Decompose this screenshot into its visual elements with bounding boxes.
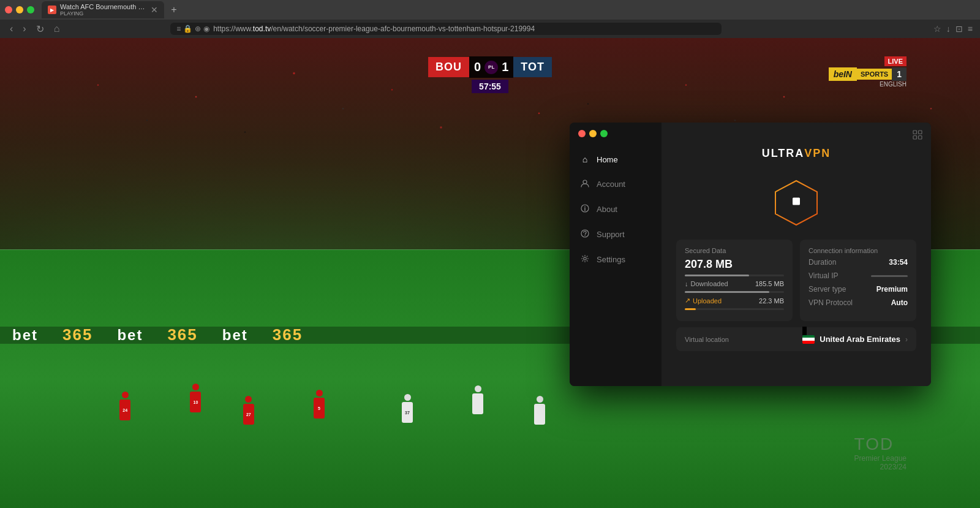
grid-icon[interactable] — [913, 130, 922, 142]
home-button[interactable]: ⌂ — [51, 22, 62, 36]
vpn-logo-vpn: VPN — [804, 147, 831, 160]
virtual-ip-key: Virtual IP — [809, 271, 838, 280]
window-chrome: ▶ Watch AFC Bournemouth vs To... PLAYING… — [0, 0, 980, 38]
player-bou-4: 5 — [314, 390, 325, 419]
virtual-location-country: United Arab Emirates — [820, 335, 900, 344]
virtual-ip-bar — [871, 275, 908, 277]
browser-tab[interactable]: ▶ Watch AFC Bournemouth vs To... PLAYING… — [42, 1, 164, 18]
sidebar-item-settings-label: Settings — [597, 255, 625, 264]
sidebar-item-home[interactable]: ⌂ Home — [570, 147, 662, 172]
sidebar-item-settings[interactable]: Settings — [570, 247, 662, 272]
ad-text-5: bet — [210, 327, 260, 344]
duration-value: 33:54 — [889, 258, 908, 267]
more-button[interactable]: ≡ — [968, 24, 973, 34]
close-button[interactable] — [5, 6, 12, 13]
bein-name: beIN — [829, 67, 857, 81]
player-tot-2 — [472, 385, 483, 414]
server-type-key: Server type — [809, 285, 846, 294]
vpn-traffic-lights — [578, 130, 608, 137]
svg-rect-8 — [919, 131, 922, 134]
svg-point-0 — [583, 180, 587, 184]
upload-fill — [685, 308, 696, 310]
svg-rect-12 — [793, 198, 800, 205]
minimize-button[interactable] — [16, 6, 23, 13]
ad-block-icon: ◉ — [203, 25, 209, 33]
secured-data-label: Secured Data — [685, 247, 784, 254]
vpn-protocol-row: VPN Protocol Auto — [809, 298, 908, 307]
vpn-connect-button[interactable] — [772, 178, 821, 227]
info-icon — [579, 204, 590, 214]
home-team-badge: BOU — [428, 57, 469, 77]
forward-button[interactable]: › — [20, 22, 28, 36]
svg-rect-7 — [913, 131, 917, 134]
new-tab-button[interactable]: + — [167, 2, 181, 17]
pl-season: Premier League2023/24 — [854, 454, 907, 471]
svg-rect-10 — [919, 136, 922, 140]
back-button[interactable]: ‹ — [7, 22, 15, 36]
sports-text: SPORTS — [857, 69, 892, 80]
home-team-name: BOU — [435, 61, 462, 74]
url-security-icons: ≡ 🔒 ⊕ ◉ — [176, 25, 209, 33]
tab-title: Watch AFC Bournemouth vs To... — [60, 3, 147, 10]
svg-point-6 — [584, 257, 586, 260]
tab-favicon: ▶ — [48, 6, 56, 14]
home-score: 0 — [474, 60, 481, 74]
virtual-location-card[interactable]: Virtual location United Arab Emirates › — [676, 327, 916, 351]
away-team-badge: TOT — [513, 57, 552, 77]
account-icon — [579, 179, 590, 189]
secured-data-fill — [685, 275, 749, 276]
upload-bar — [685, 308, 784, 310]
download-bar — [685, 291, 784, 293]
sidebar-item-account[interactable]: Account — [570, 172, 662, 197]
tab-status: PLAYING — [60, 10, 147, 17]
svg-rect-9 — [913, 136, 917, 140]
tab-close-button[interactable]: ✕ — [151, 5, 158, 15]
pl-logo: PL — [484, 61, 498, 74]
traffic-lights — [5, 6, 34, 13]
bein-badge: beIN SPORTS 1 — [829, 67, 907, 81]
url-text[interactable]: https://www.tod.tv/en/watch/soccer-premi… — [213, 25, 535, 33]
svg-point-5 — [584, 235, 586, 237]
settings-icon — [579, 254, 590, 265]
broadcaster-logo: LIVE beIN SPORTS 1 ENGLISH — [829, 56, 907, 88]
stop-icon — [790, 195, 802, 211]
vpn-stats-grid: Secured Data 207.8 MB ↓ Downloaded 185.5… — [676, 240, 916, 321]
connection-label: Connection information — [809, 247, 908, 254]
refresh-button[interactable]: ↻ — [34, 22, 47, 36]
vpn-maximize-button[interactable] — [600, 130, 608, 137]
virtual-location-label: Virtual location — [685, 336, 729, 343]
url-path: /en/watch/soccer-premier-league-afc-bour… — [271, 25, 535, 33]
match-time: 57:55 — [472, 80, 508, 93]
address-bar: ‹ › ↻ ⌂ ≡ 🔒 ⊕ ◉ https://www.tod.tv/en/wa… — [0, 20, 980, 38]
support-icon — [579, 229, 590, 240]
ad-text-3: bet — [105, 327, 155, 344]
virtual-ip-row: Virtual IP — [809, 271, 908, 280]
vpn-minimize-button[interactable] — [589, 130, 597, 137]
vpn-main-panel: ULTRA VPN — [662, 123, 931, 386]
uploaded-value: 22.3 MB — [759, 297, 784, 305]
sidebar-item-support[interactable]: Support — [570, 222, 662, 247]
sidebar-item-account-label: Account — [597, 180, 625, 189]
download-button[interactable]: ↓ — [946, 24, 951, 34]
virtual-location-value: United Arab Emirates › — [802, 335, 908, 344]
tod-watermark: TOD Premier League2023/24 — [854, 434, 907, 471]
url-bar[interactable]: ≡ 🔒 ⊕ ◉ https://www.tod.tv/en/watch/socc… — [170, 23, 722, 35]
bookmark-button[interactable]: ☆ — [933, 24, 941, 34]
score-block: 0 PL 1 — [469, 56, 513, 78]
ad-text-2: 365 — [50, 327, 105, 344]
player-bou-2: 10 — [190, 384, 201, 412]
away-team-name: TOT — [521, 61, 545, 74]
chevron-right-icon: › — [905, 335, 908, 344]
reader-icon: ≡ — [176, 25, 181, 33]
player-tot-3 — [534, 396, 545, 425]
secured-data-value: 207.8 MB — [685, 258, 784, 271]
vpn-sidebar: ⌂ Home Account About — [570, 123, 662, 386]
toolbar-right: ☆ ↓ ⊡ ≡ — [933, 24, 973, 34]
sidebar-item-about[interactable]: About — [570, 197, 662, 222]
tab-bar: ▶ Watch AFC Bournemouth vs To... PLAYING… — [0, 0, 980, 20]
duration-key: Duration — [809, 258, 836, 267]
language-text: ENGLISH — [880, 81, 907, 88]
extensions-button[interactable]: ⊡ — [956, 24, 963, 34]
maximize-button[interactable] — [27, 6, 34, 13]
vpn-close-button[interactable] — [578, 130, 586, 137]
